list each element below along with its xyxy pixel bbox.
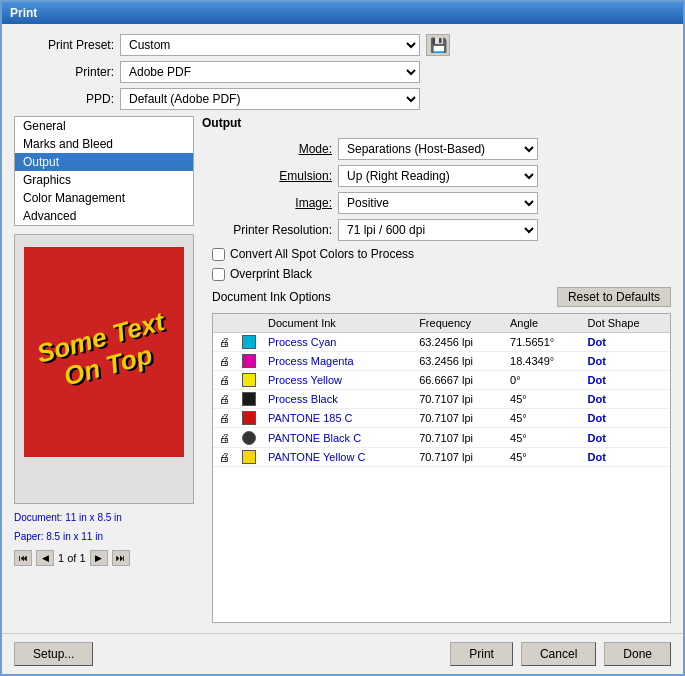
page-info: 1 of 1 — [58, 552, 86, 564]
footer-right: Print Cancel Done — [450, 642, 671, 666]
mode-select[interactable]: Separations (Host-Based) — [338, 138, 538, 160]
row-swatch — [236, 390, 262, 409]
row-dot-shape: Dot — [582, 447, 670, 466]
row-dot-shape: Dot — [582, 428, 670, 447]
row-angle: 71.5651° — [504, 333, 582, 352]
doc-size-info: Document: 11 in x 8.5 in — [14, 512, 194, 523]
row-icon: 🖨 — [213, 447, 236, 466]
image-label: Image: — [212, 196, 332, 210]
resolution-select[interactable]: 71 lpi / 600 dpi — [338, 219, 538, 241]
row-angle: 45° — [504, 428, 582, 447]
nav-item-general[interactable]: General — [15, 117, 193, 135]
emulsion-row: Emulsion: Up (Right Reading) — [212, 165, 671, 187]
paper-label: Paper: — [14, 531, 43, 542]
first-page-button[interactable]: ⏮ — [14, 550, 32, 566]
row-icon: 🖨 — [213, 371, 236, 390]
row-swatch — [236, 352, 262, 371]
table-row: 🖨 Process Yellow 66.6667 lpi 0° Dot — [213, 371, 670, 390]
ppd-select[interactable]: Default (Adobe PDF) — [120, 88, 420, 110]
doc-ink-header: Document Ink Options Reset to Defaults — [212, 287, 671, 307]
preset-label: Print Preset: — [14, 38, 114, 52]
doc-label: Document: — [14, 512, 62, 523]
image-select[interactable]: Positive — [338, 192, 538, 214]
row-icon: 🖨 — [213, 352, 236, 371]
row-frequency: 70.7107 lpi — [413, 447, 504, 466]
col-ink-name: Document Ink — [262, 314, 413, 333]
row-frequency: 63.2456 lpi — [413, 333, 504, 352]
preview-text: Some TextOn Top — [34, 307, 175, 396]
row-frequency: 70.7107 lpi — [413, 409, 504, 428]
row-frequency: 63.2456 lpi — [413, 352, 504, 371]
nav-list: General Marks and Bleed Output Graphics … — [14, 116, 194, 226]
nav-item-color-management[interactable]: Color Management — [15, 189, 193, 207]
nav-item-advanced[interactable]: Advanced — [15, 207, 193, 225]
printer-select[interactable]: Adobe PDF — [120, 61, 420, 83]
preset-select[interactable]: Custom — [120, 34, 420, 56]
preset-row: Print Preset: Custom 💾 — [14, 34, 671, 56]
table-row: 🖨 PANTONE 185 C 70.7107 lpi 45° Dot — [213, 409, 670, 428]
doc-size: 11 in x 8.5 in — [65, 512, 122, 523]
table-row: 🖨 PANTONE Yellow C 70.7107 lpi 45° Dot — [213, 447, 670, 466]
row-angle: 18.4349° — [504, 352, 582, 371]
col-frequency: Frequency — [413, 314, 504, 333]
col-angle: Angle — [504, 314, 582, 333]
row-ink-name: Process Cyan — [262, 333, 413, 352]
title-bar: Print — [2, 2, 683, 24]
image-row: Image: Positive — [212, 192, 671, 214]
row-frequency: 70.7107 lpi — [413, 428, 504, 447]
ink-table-container: Document Ink Frequency Angle Dot Shape 🖨… — [212, 313, 671, 623]
row-dot-shape: Dot — [582, 409, 670, 428]
row-angle: 0° — [504, 371, 582, 390]
row-icon: 🖨 — [213, 333, 236, 352]
preview-nav: ⏮ ◀ 1 of 1 ▶ ⏭ — [14, 550, 194, 566]
preview-box: Some TextOn Top — [14, 234, 194, 504]
row-dot-shape: Dot — [582, 352, 670, 371]
col-dot-shape: Dot Shape — [582, 314, 670, 333]
output-form: Mode: Separations (Host-Based) Emulsion:… — [202, 138, 671, 241]
col-icon — [213, 314, 236, 333]
printer-row: Printer: Adobe PDF — [14, 61, 671, 83]
row-icon: 🖨 — [213, 428, 236, 447]
prev-page-button[interactable]: ◀ — [36, 550, 54, 566]
right-panel: Output Mode: Separations (Host-Based) Em… — [202, 116, 671, 623]
row-swatch — [236, 371, 262, 390]
emulsion-label: Emulsion: — [212, 169, 332, 183]
row-ink-name: Process Yellow — [262, 371, 413, 390]
last-page-button[interactable]: ⏭ — [112, 550, 130, 566]
overprint-checkbox[interactable] — [212, 268, 225, 281]
done-button[interactable]: Done — [604, 642, 671, 666]
row-dot-shape: Dot — [582, 333, 670, 352]
setup-button[interactable]: Setup... — [14, 642, 93, 666]
row-ink-name: Process Black — [262, 390, 413, 409]
main-area: General Marks and Bleed Output Graphics … — [14, 116, 671, 623]
row-swatch — [236, 447, 262, 466]
row-icon: 🖨 — [213, 390, 236, 409]
top-form: Print Preset: Custom 💾 Printer: Adobe PD… — [14, 34, 671, 110]
row-angle: 45° — [504, 409, 582, 428]
save-preset-button[interactable]: 💾 — [426, 34, 450, 56]
col-swatch — [236, 314, 262, 333]
ink-table-header: Document Ink Frequency Angle Dot Shape — [213, 314, 670, 333]
nav-item-marks-bleed[interactable]: Marks and Bleed — [15, 135, 193, 153]
nav-item-graphics[interactable]: Graphics — [15, 171, 193, 189]
reset-defaults-button[interactable]: Reset to Defaults — [557, 287, 671, 307]
row-dot-shape: Dot — [582, 390, 670, 409]
convert-label: Convert All Spot Colors to Process — [230, 247, 414, 261]
output-section-label: Output — [202, 116, 671, 130]
row-frequency: 70.7107 lpi — [413, 390, 504, 409]
emulsion-select[interactable]: Up (Right Reading) — [338, 165, 538, 187]
cancel-button[interactable]: Cancel — [521, 642, 596, 666]
nav-item-output[interactable]: Output — [15, 153, 193, 171]
doc-ink-label: Document Ink Options — [212, 290, 331, 304]
nav-item-summary[interactable]: Summary — [15, 225, 193, 226]
table-row: 🖨 PANTONE Black C 70.7107 lpi 45° Dot — [213, 428, 670, 447]
ink-table-body: 🖨 Process Cyan 63.2456 lpi 71.5651° Dot … — [213, 333, 670, 467]
next-page-button[interactable]: ▶ — [90, 550, 108, 566]
left-panel: General Marks and Bleed Output Graphics … — [14, 116, 194, 623]
ppd-row: PPD: Default (Adobe PDF) — [14, 88, 671, 110]
print-button[interactable]: Print — [450, 642, 513, 666]
footer: Setup... Print Cancel Done — [2, 633, 683, 674]
convert-checkbox[interactable] — [212, 248, 225, 261]
preview-inner: Some TextOn Top — [24, 247, 184, 457]
convert-checkbox-row: Convert All Spot Colors to Process — [212, 247, 671, 261]
